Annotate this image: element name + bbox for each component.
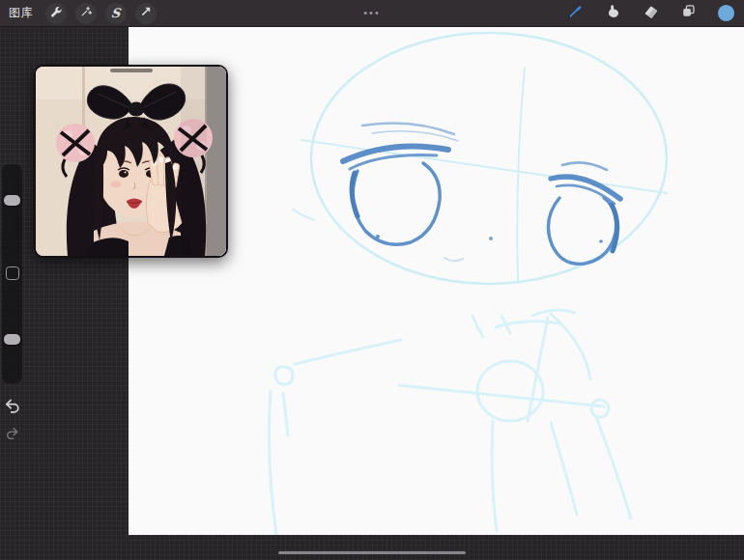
- top-toolbar: 图库 S: [0, 0, 744, 27]
- adjustments-button[interactable]: [75, 3, 97, 24]
- eraser-icon: [643, 3, 659, 23]
- opacity-handle[interactable]: [4, 334, 20, 345]
- modify-square-button[interactable]: [6, 266, 19, 280]
- transform-arrow-icon: [139, 5, 153, 22]
- selection-icon: S: [111, 7, 122, 19]
- toolbar-right-group: [564, 0, 736, 26]
- color-swatch: [717, 4, 735, 22]
- procreate-app: 图库 S: [0, 0, 744, 560]
- redo-button[interactable]: [5, 425, 20, 440]
- reference-drag-handle[interactable]: [110, 69, 153, 72]
- transform-button[interactable]: [135, 3, 157, 24]
- home-indicator[interactable]: [278, 551, 466, 554]
- smudge-button[interactable]: [602, 3, 623, 24]
- gallery-button[interactable]: 图库: [9, 5, 33, 21]
- wrench-icon: [49, 5, 63, 22]
- redo-icon: [5, 425, 20, 440]
- selection-button[interactable]: S: [105, 3, 127, 24]
- toolbar-left-group: 图库 S: [9, 3, 157, 24]
- actions-button[interactable]: [45, 3, 67, 24]
- undo-icon: [3, 396, 21, 414]
- layers-button[interactable]: [677, 3, 699, 24]
- undo-button[interactable]: [3, 396, 21, 414]
- adjustments-wand-icon: [79, 5, 93, 22]
- canvas-options-dots[interactable]: •••: [363, 0, 381, 26]
- color-button[interactable]: [715, 3, 736, 24]
- layers-icon: [680, 3, 697, 23]
- reference-window[interactable]: [34, 65, 228, 258]
- eraser-button[interactable]: [640, 3, 661, 24]
- brush-size-handle[interactable]: [4, 195, 20, 206]
- brush-icon: [566, 3, 584, 24]
- reference-photo: [36, 67, 226, 256]
- smudge-finger-icon: [605, 3, 621, 23]
- brush-button[interactable]: [564, 3, 586, 24]
